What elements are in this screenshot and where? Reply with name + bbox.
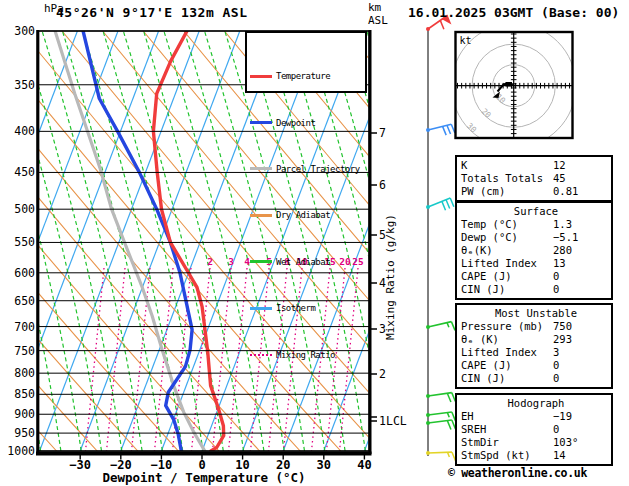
wind-barb-column	[426, 15, 456, 461]
stat-value: 0	[553, 283, 559, 296]
stat-row: EH−19	[461, 410, 611, 423]
hodograph-unit-label: kt	[460, 35, 472, 46]
stat-label: PW (cm)	[461, 185, 553, 198]
stat-row: StmDir103°	[461, 436, 611, 449]
legend-label: Mixing Ratio	[276, 351, 335, 359]
stat-label: CAPE (J)	[461, 359, 553, 372]
altitude-unit-asl: ASL	[368, 14, 388, 27]
stat-label: CIN (J)	[461, 372, 553, 385]
skewt-screenshot: 2345810152025300350400450500550600650700…	[0, 0, 629, 486]
stat-label: SREH	[461, 423, 553, 436]
stat-value: 0	[553, 423, 559, 436]
stat-label: Pressure (mb)	[461, 320, 553, 333]
svg-text:6: 6	[379, 178, 386, 192]
wind-barb	[426, 124, 455, 135]
stat-row: StmSpd (kt)14	[461, 449, 611, 462]
legend-item: Dry Adiabat	[250, 211, 365, 219]
stat-value: 750	[553, 320, 572, 333]
svg-text:−30: −30	[69, 458, 91, 472]
legend-label: Dry Adiabat	[276, 211, 330, 219]
lcl-label: LCL	[386, 414, 407, 428]
stat-value: 1.3	[553, 218, 572, 231]
svg-text:550: 550	[14, 235, 35, 249]
pressure-axis-labels: 3003504004505005506006507007508008509009…	[7, 24, 35, 458]
stat-row: Temp (°C)1.3	[461, 218, 611, 231]
stat-row: θₑ (K)293	[461, 333, 611, 346]
copyright-text: © weatheronline.co.uk	[448, 466, 587, 480]
stat-value: 45	[553, 172, 566, 185]
legend-item: Dewpoint	[250, 118, 365, 126]
svg-text:950: 950	[14, 426, 35, 440]
panel-header: Hodograph	[461, 397, 611, 410]
legend-label: Parcel Trajectory	[276, 165, 360, 173]
dewpoint-line-swatch	[250, 121, 272, 124]
stat-label: CIN (J)	[461, 283, 553, 296]
stat-row: Totals Totals45	[461, 172, 611, 185]
svg-text:3: 3	[228, 256, 234, 267]
altitude-axis-header: kmASL	[368, 1, 388, 27]
wind-barb	[426, 198, 454, 210]
datetime-title: 16.01.2025 03GMT (Base: 00)	[408, 5, 619, 20]
stat-value: 12	[553, 159, 566, 172]
stat-label: K	[461, 159, 553, 172]
stat-row: Lifted Index3	[461, 346, 611, 359]
svg-text:700: 700	[14, 320, 35, 334]
svg-text:30: 30	[465, 121, 478, 134]
station-title: 45°26'N 9°17'E 132m ASL	[56, 5, 248, 20]
stat-row: Lifted Index13	[461, 257, 611, 270]
legend-label: Temperature	[276, 72, 330, 80]
svg-text:10: 10	[494, 92, 507, 105]
stat-label: EH	[461, 410, 553, 423]
stat-row: CIN (J)0	[461, 283, 611, 296]
chart-legend: Temperature Dewpoint Parcel Trajectory D…	[245, 31, 367, 93]
stat-row: CAPE (J)0	[461, 270, 611, 283]
temperature-line-swatch	[250, 75, 272, 78]
svg-text:1000: 1000	[7, 444, 35, 458]
stat-row: PW (cm)0.81	[461, 185, 611, 198]
dry-adiabat-swatch	[250, 214, 272, 217]
svg-text:450: 450	[14, 165, 35, 179]
legend-item: Mixing Ratio	[250, 350, 365, 358]
parcel-line-swatch	[250, 167, 272, 170]
stat-label: StmDir	[461, 436, 553, 449]
svg-text:2: 2	[379, 367, 386, 381]
mixing-ratio-swatch	[250, 354, 272, 356]
stat-row: CAPE (J)0	[461, 359, 611, 372]
legend-item: Wet Adiabat	[250, 258, 365, 266]
wind-barb	[426, 393, 455, 402]
stat-row: CIN (J)0	[461, 372, 611, 385]
wind-barb	[426, 322, 455, 331]
stats-panel-most-unstable: Most Unstable Pressure (mb)750θₑ (K)293L…	[455, 303, 613, 389]
svg-text:650: 650	[14, 294, 35, 308]
stat-row: Pressure (mb)750	[461, 320, 611, 333]
stat-label: Totals Totals	[461, 172, 553, 185]
altitude-unit-km: km	[368, 1, 388, 14]
panel-header: Surface	[461, 205, 611, 218]
legend-label: Isotherm	[276, 304, 315, 312]
legend-label: Wet Adiabat	[276, 258, 330, 266]
svg-text:750: 750	[14, 344, 35, 358]
stats-panel-hodograph: Hodograph EH−19SREH0StmDir103°StmSpd (kt…	[455, 393, 613, 466]
stat-value: −19	[553, 410, 572, 423]
svg-text:20: 20	[479, 107, 492, 120]
stat-label: θₑ (K)	[461, 333, 553, 346]
stat-label: StmSpd (kt)	[461, 449, 553, 462]
legend-label: Dewpoint	[276, 119, 315, 127]
stat-label: θₑ(K)	[461, 244, 553, 257]
legend-item: Isotherm	[250, 304, 365, 312]
svg-text:40: 40	[357, 458, 371, 472]
stat-value: 0	[553, 359, 559, 372]
svg-text:350: 350	[14, 78, 35, 92]
legend-item: Temperature	[250, 72, 365, 80]
stat-value: 0.81	[553, 185, 578, 198]
wet-adiabat-swatch	[250, 260, 272, 263]
stat-value: −5.1	[553, 231, 578, 244]
hodograph: 102030kt	[452, 23, 576, 147]
stat-value: 280	[553, 244, 572, 257]
svg-text:850: 850	[14, 387, 35, 401]
svg-text:900: 900	[14, 407, 35, 421]
stat-value: 13	[553, 257, 566, 270]
svg-text:7: 7	[379, 126, 386, 140]
svg-text:1: 1	[379, 414, 386, 428]
svg-text:400: 400	[14, 124, 35, 138]
